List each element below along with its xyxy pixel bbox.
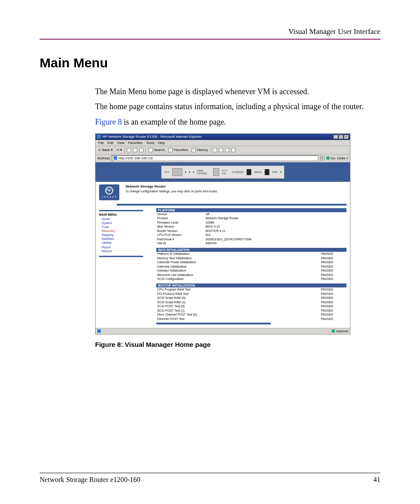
row-value: PASSED — [321, 265, 346, 269]
back-button[interactable]: ⇐ Back ▾ — [97, 148, 114, 152]
forward-button[interactable]: ⇒ ▾ — [115, 148, 123, 152]
favorites-button[interactable]: Favorites — [167, 148, 189, 152]
menu-help[interactable]: Help — [158, 141, 165, 145]
edit-icon[interactable] — [225, 148, 229, 152]
row-key: Memory Test Initialization — [157, 256, 321, 260]
row-value: PASSED — [321, 269, 346, 272]
stop-icon[interactable] — [127, 148, 131, 152]
status-row: Calendar Power InitializationPASSED — [156, 260, 346, 264]
history-button[interactable]: History — [191, 148, 209, 152]
page-footer: Network Storage Router e1200-160 41 — [40, 473, 380, 484]
globe-icon — [332, 329, 335, 333]
kv-row: Part/Serial #262653-B21_Q574CXXR6YY39A — [156, 237, 346, 241]
ethernet-port[interactable] — [247, 169, 251, 175]
toolbar: ⇐ Back ▾ ⇒ ▾ Search Favorites History — [96, 146, 350, 155]
row-key: Bios Version — [157, 224, 206, 228]
sidebar-item-statistics[interactable]: Statistics — [102, 237, 147, 241]
figure-caption: Figure 8: Visual Manager Home page — [95, 341, 380, 348]
separator — [210, 147, 211, 153]
paragraph-3: Figure 8 is an example of the home page. — [95, 117, 380, 127]
row-value: PASSED — [321, 300, 346, 304]
fibre-slot[interactable] — [213, 168, 219, 176]
row-key: Vendor — [157, 212, 206, 216]
kv-row: ProductNetwork Storage Router — [156, 216, 346, 220]
sidebar-item-ports[interactable]: Ports — [102, 225, 147, 229]
row-value: HP — [206, 212, 346, 216]
sidebar-item-home[interactable]: Home — [102, 217, 147, 221]
row-key: SCSI POST Test (1) — [157, 309, 321, 313]
eth-label: ETHERNET — [232, 171, 244, 173]
menu-favorites[interactable]: Favorites — [128, 141, 143, 145]
kv-row: Booter VersionBOOTER 4.11 — [156, 229, 346, 233]
section-platform: PLATFORM — [156, 208, 346, 212]
led-3 — [193, 171, 194, 173]
pwr-label: PWR — [272, 171, 277, 173]
address-dropdown[interactable]: ▾ — [320, 156, 324, 160]
status-row: CPU Program RAM TestPASSED — [156, 287, 346, 291]
row-key: PCI Protocol RAM Test — [157, 292, 321, 296]
row-value: PASSED — [321, 304, 346, 308]
scsi-label: SCSI — [164, 171, 169, 173]
row-key: Indicator Initialization — [157, 269, 321, 272]
row-key: HW ID — [157, 241, 206, 245]
device-image[interactable]: SCSI FIBRE CHANNEL ACT/ LNK ETHERNET SER… — [161, 166, 284, 179]
led-1 — [185, 171, 186, 173]
page-icon — [114, 156, 117, 160]
row-value: 0x2 — [206, 233, 346, 237]
menu-bar: File Edit View Favorites Tools Help — [96, 140, 350, 146]
sidebar-item-report[interactable]: Report — [102, 245, 147, 249]
go-button[interactable]: Go — [326, 156, 335, 160]
fibre-label: FIBRE CHANNEL — [197, 169, 210, 175]
page-title: Main Menu — [40, 55, 380, 70]
status-bar: Internet — [96, 328, 350, 334]
links-label[interactable]: Links » — [337, 156, 348, 160]
mail-icon[interactable] — [213, 148, 217, 152]
sidebar: MAIN MENU Home System Ports Discovery Ma… — [99, 208, 147, 324]
menu-edit[interactable]: Edit — [107, 141, 114, 145]
favorites-icon — [168, 148, 173, 152]
menu-tools[interactable]: Tools — [146, 141, 155, 145]
maximize-button[interactable]: □ — [339, 135, 343, 139]
search-icon — [148, 148, 153, 152]
sidebar-item-utilities[interactable]: Utilities — [102, 241, 147, 245]
address-input[interactable]: http://192.168.100.13/ — [112, 155, 318, 161]
home-icon[interactable] — [139, 148, 144, 152]
serial-port[interactable] — [265, 169, 269, 175]
kv-row: Firmware Level10989 — [156, 221, 346, 224]
sidebar-item-reboot[interactable]: Reboot — [102, 249, 147, 253]
row-value: BOOTER 4.11 — [206, 229, 346, 233]
row-key: Resource List Initialization — [157, 273, 321, 277]
row-key: SCSI Script RAM (0) — [157, 296, 321, 300]
led-2 — [189, 171, 190, 173]
row-value: PASSED — [321, 273, 346, 277]
minimize-button[interactable]: _ — [333, 135, 338, 139]
footer-left: Network Storage Router e1200-160 — [40, 476, 140, 484]
print-icon[interactable] — [219, 148, 223, 152]
act-label: ACT/ LNK — [222, 169, 229, 175]
status-row: SCSI POST Test (0)PASSED — [156, 304, 346, 308]
main-column: PLATFORM VendorHPProductNetwork Storage … — [156, 208, 346, 324]
refresh-icon[interactable] — [133, 148, 137, 152]
menu-view[interactable]: View — [117, 141, 125, 145]
row-value: PASSED — [321, 309, 346, 313]
address-value: http://192.168.100.13/ — [118, 156, 153, 160]
sidebar-item-system[interactable]: System — [102, 221, 147, 225]
sidebar-item-mapping[interactable]: Mapping — [102, 233, 147, 237]
menu-file[interactable]: File — [98, 141, 104, 145]
close-button[interactable]: × — [344, 135, 349, 139]
row-value: PASSED — [321, 277, 346, 281]
sidebar-item-discovery[interactable]: Discovery — [102, 229, 147, 233]
discuss-icon[interactable] — [231, 148, 236, 152]
search-button[interactable]: Search — [147, 148, 166, 152]
section-boot: BOOTUP INITIALIZATION — [156, 283, 346, 287]
row-value: PASSED — [321, 256, 346, 260]
sidebar-heading: MAIN MENU — [99, 213, 147, 216]
divider — [156, 323, 271, 324]
row-value: PASSED — [321, 296, 346, 300]
figure-link[interactable]: Figure 8 — [95, 118, 122, 126]
page-icon — [97, 329, 101, 333]
row-key: CPU Program RAM Test — [157, 287, 321, 291]
row-key: Calendar Initialization — [157, 265, 321, 269]
scsi-slot[interactable] — [172, 168, 182, 176]
kv-row: HW IDA00X54 — [156, 241, 346, 245]
